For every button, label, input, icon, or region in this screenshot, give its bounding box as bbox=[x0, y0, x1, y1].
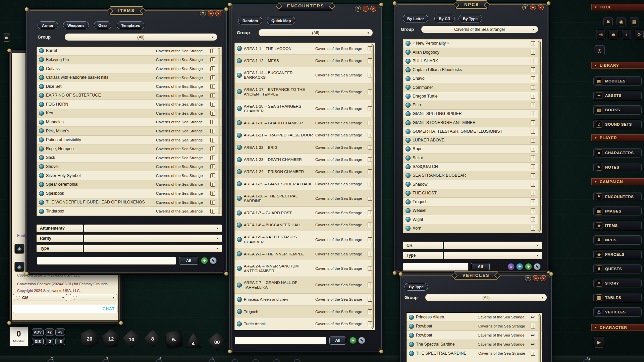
all-filter-button[interactable]: All bbox=[179, 257, 198, 265]
vehicle-row[interactable]: Rowboat Caverns of the Sea Strange bbox=[407, 331, 542, 340]
close-button[interactable]: × bbox=[215, 10, 221, 16]
link-icon[interactable] bbox=[39, 102, 44, 107]
search-input[interactable] bbox=[403, 263, 469, 271]
edit-pencil-button[interactable]: ✎ bbox=[210, 257, 217, 264]
item-row[interactable]: Barrel Caverns of the Sea Strange bbox=[37, 47, 222, 56]
add-button[interactable]: + bbox=[350, 337, 357, 344]
die-d4[interactable]: 4 bbox=[184, 332, 202, 349]
link-icon[interactable] bbox=[406, 146, 411, 152]
hotkey-slot[interactable] bbox=[156, 359, 162, 362]
help-button[interactable]: ? bbox=[200, 10, 206, 16]
link-icon[interactable] bbox=[39, 173, 44, 178]
link-icon[interactable] bbox=[39, 75, 44, 80]
link-icon[interactable] bbox=[39, 182, 44, 187]
open-record-icon[interactable] bbox=[368, 169, 372, 174]
encounter-row[interactable]: AREA 1-8 – BUCCANEER HALL Caverns of the… bbox=[234, 219, 375, 231]
vehicle-row[interactable]: The Spectral Sardine Caverns of the Sea … bbox=[407, 340, 542, 349]
window-title[interactable]: ITEMS bbox=[110, 6, 143, 15]
encounter-row[interactable]: AREA 1-7 – GUARD POST Caverns of the Sea… bbox=[234, 207, 375, 219]
dis-button[interactable]: DIS bbox=[32, 338, 44, 345]
item-row[interactable]: Spellbook Caverns of the Sea Strange bbox=[37, 189, 222, 198]
link-icon[interactable] bbox=[237, 237, 242, 242]
record-action-icon[interactable] bbox=[530, 342, 535, 347]
encounters-window[interactable]: ENCOUNTERS ? – × Random Quick Map Group … bbox=[229, 3, 382, 353]
open-record-icon[interactable] bbox=[210, 191, 215, 196]
npc-row[interactable]: « New Personality » bbox=[403, 39, 542, 48]
open-record-icon[interactable] bbox=[531, 59, 535, 63]
link-icon[interactable] bbox=[406, 103, 411, 108]
open-record-icon[interactable] bbox=[368, 223, 372, 227]
open-record-icon[interactable] bbox=[210, 156, 215, 160]
link-icon[interactable] bbox=[237, 73, 242, 78]
open-record-icon[interactable] bbox=[210, 111, 215, 116]
close-button[interactable]: × bbox=[538, 4, 544, 10]
cr-select[interactable] bbox=[444, 241, 542, 249]
open-record-icon[interactable] bbox=[368, 297, 372, 302]
link-icon[interactable] bbox=[237, 196, 242, 201]
open-record-icon[interactable] bbox=[368, 237, 372, 242]
encounter-row[interactable]: AREA 1-9 – RATTLESTASH'S CHAMBER Caverns… bbox=[234, 231, 375, 248]
npc-type-select[interactable] bbox=[444, 251, 542, 259]
encounter-row[interactable]: AREA 1-25 – GIANT SPIDER ATTACK Caverns … bbox=[234, 178, 375, 190]
edit-pencil-button[interactable]: ✎ bbox=[534, 263, 541, 270]
sidebar-header-library[interactable]: ▼ LIBRARY bbox=[591, 62, 644, 69]
die-d100[interactable]: 00 bbox=[207, 333, 227, 351]
open-record-icon[interactable] bbox=[368, 283, 372, 287]
help-button[interactable]: ? bbox=[355, 6, 361, 12]
sidebar-item-story[interactable]: ≡ STORY bbox=[593, 278, 642, 288]
link-icon[interactable] bbox=[237, 157, 242, 162]
link-icon[interactable] bbox=[409, 333, 414, 338]
link-icon[interactable] bbox=[237, 321, 242, 326]
items-window[interactable]: ITEMS ? – × Armor Weapons Gear Templates… bbox=[25, 8, 227, 275]
open-record-icon[interactable] bbox=[531, 138, 535, 143]
open-record-icon[interactable] bbox=[531, 217, 535, 222]
item-row[interactable]: Potion of Invisibility Caverns of the Se… bbox=[37, 136, 222, 145]
link-icon[interactable] bbox=[406, 129, 411, 134]
shortcut-diamond-icon[interactable]: ◈ bbox=[14, 262, 24, 272]
item-row[interactable]: Silver Holy Symbol Caverns of the Sea St… bbox=[37, 171, 222, 180]
sidebar-item-quests[interactable]: ♛ QUESTS bbox=[593, 264, 642, 274]
open-record-icon[interactable] bbox=[368, 157, 372, 162]
person-icon[interactable]: ☻ bbox=[3, 34, 10, 42]
encounter-row[interactable]: AREA 1-20 – GUARD CHAMBER Caverns of the… bbox=[234, 117, 375, 129]
link-icon[interactable] bbox=[39, 93, 44, 98]
link-icon[interactable] bbox=[406, 111, 411, 116]
sidebar-item-sound-sets[interactable]: ♫ SOUND SETS bbox=[593, 119, 642, 129]
link-icon[interactable] bbox=[39, 155, 44, 160]
open-record-icon[interactable] bbox=[210, 200, 215, 205]
party-sheet-icon[interactable]: ☻ bbox=[608, 29, 618, 40]
encounter-row[interactable]: AREA 1-24 – PRISON CHAMBER Caverns of th… bbox=[234, 166, 375, 178]
scrollbar[interactable] bbox=[538, 41, 541, 232]
item-row[interactable]: Dice Set Caverns of the Sea Strange bbox=[37, 82, 222, 91]
minimize-button[interactable]: – bbox=[530, 4, 536, 10]
item-row[interactable]: Pick, Miner's Caverns of the Sea Strange bbox=[37, 127, 222, 136]
vehicle-row[interactable]: Rowboat Caverns of the Sea Strange bbox=[407, 322, 542, 331]
link-icon[interactable] bbox=[409, 342, 414, 347]
link-icon[interactable] bbox=[39, 137, 44, 142]
link-icon[interactable] bbox=[39, 200, 44, 205]
sidebar-item-images[interactable]: ▣ IMAGES bbox=[593, 206, 642, 216]
play-character-icon[interactable]: ▶ bbox=[593, 337, 605, 348]
scrollbar[interactable] bbox=[538, 314, 541, 362]
encounter-row[interactable]: AREA 1-21 – TRAPPED FALSE DOOR Caverns o… bbox=[234, 129, 375, 141]
npc-row[interactable]: Ettin bbox=[403, 101, 542, 110]
record-action-icon[interactable] bbox=[530, 314, 535, 320]
npc-row[interactable]: Chavo bbox=[403, 74, 542, 83]
link-icon[interactable] bbox=[39, 146, 44, 152]
npc-row[interactable]: Captain Lilliana Bloodlocks bbox=[403, 66, 542, 74]
open-record-icon[interactable] bbox=[368, 133, 372, 137]
link-icon[interactable] bbox=[39, 128, 44, 133]
link-icon[interactable] bbox=[237, 309, 242, 314]
chat-mode-select[interactable] bbox=[70, 294, 117, 301]
encounter-row[interactable]: AREA 2-7 – GRAND HALL OF TAHRELLIKA Cave… bbox=[234, 277, 375, 294]
open-record-icon[interactable] bbox=[368, 106, 372, 111]
npc-row[interactable]: Dragon Turtle bbox=[403, 92, 542, 101]
open-record-icon[interactable] bbox=[531, 120, 535, 125]
group-select[interactable]: (All) bbox=[425, 294, 547, 301]
encounter-row[interactable]: AREA 1-1 – THE LAGOON Caverns of the Sea… bbox=[234, 43, 375, 55]
link-icon[interactable] bbox=[406, 199, 411, 204]
link-icon[interactable] bbox=[237, 297, 242, 302]
die-d8[interactable]: 8 bbox=[143, 329, 162, 348]
npc-row[interactable]: Weasel bbox=[403, 206, 542, 215]
hotkey-slot[interactable] bbox=[102, 359, 109, 362]
